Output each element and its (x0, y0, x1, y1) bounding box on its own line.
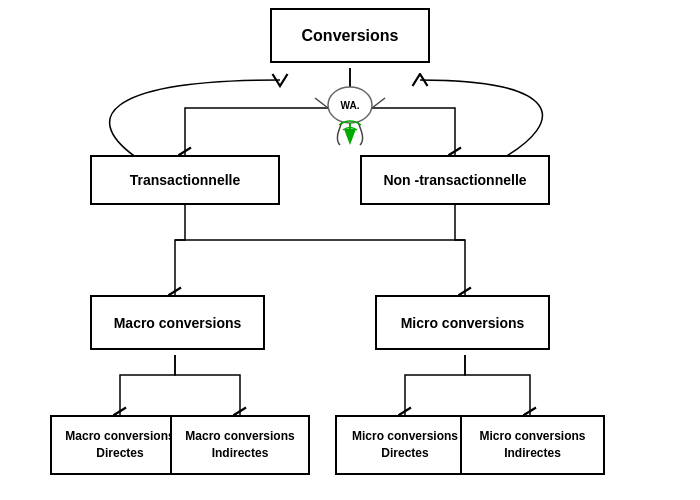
macro-directes-box: Macro conversions Directes (50, 415, 190, 475)
diagram: WA. Conversions Transactionnelle (0, 0, 700, 500)
transactionnelle-box: Transactionnelle (90, 155, 280, 205)
macro-indirectes-box: Macro conversions Indirectes (170, 415, 310, 475)
non-transactionnelle-box: Non -transactionnelle (360, 155, 550, 205)
svg-line-4 (315, 98, 328, 108)
svg-line-5 (372, 98, 385, 108)
micro-conversions-box: Micro conversions (375, 295, 550, 350)
conversions-box: Conversions (270, 8, 430, 63)
svg-text:WA.: WA. (341, 100, 360, 111)
micro-directes-box: Micro conversions Directes (335, 415, 475, 475)
wa-figure: WA. (310, 70, 390, 150)
micro-indirectes-box: Micro conversions Indirectes (460, 415, 605, 475)
macro-conversions-box: Macro conversions (90, 295, 265, 350)
